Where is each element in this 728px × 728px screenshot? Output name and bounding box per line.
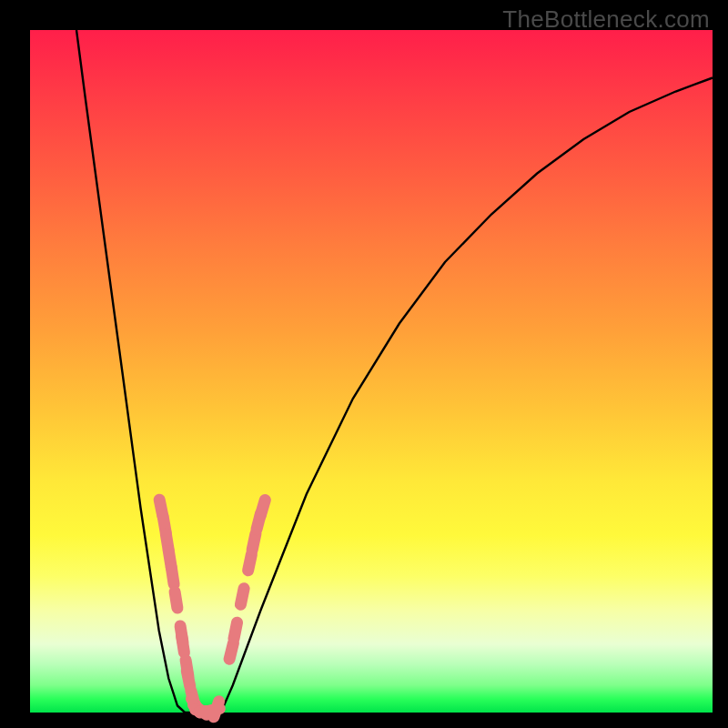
highlight-marker: [240, 589, 244, 605]
bottleneck-curve-left: [76, 30, 215, 713]
highlight-marker: [248, 554, 252, 571]
highlight-marker: [234, 622, 238, 639]
watermark-text: TheBottleneck.com: [502, 5, 710, 34]
chart-frame: TheBottleneck.com: [0, 0, 728, 728]
bottleneck-curve-right: [215, 78, 713, 713]
highlight-marker: [252, 534, 256, 551]
curve-layer: [30, 30, 713, 713]
highlight-marker: [229, 643, 233, 659]
highlight-marker: [260, 500, 265, 515]
highlight-marker: [182, 636, 185, 652]
highlight-marker: [187, 671, 190, 687]
highlight-marker: [171, 568, 174, 584]
highlight-markers: [159, 500, 265, 717]
highlight-marker: [214, 702, 219, 717]
highlight-marker: [175, 592, 177, 608]
